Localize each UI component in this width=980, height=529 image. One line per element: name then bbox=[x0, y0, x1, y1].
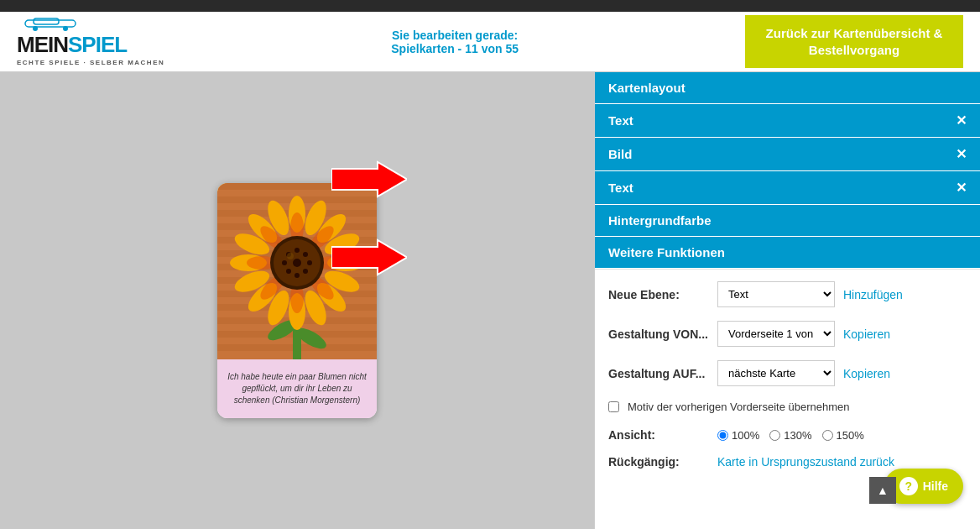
rueckgaengig-row: Rückgängig: Karte in Ursprungszustand zu… bbox=[608, 455, 967, 469]
scroll-up-button[interactable]: ▲ bbox=[869, 477, 896, 504]
ansicht-100-text: 100% bbox=[732, 429, 759, 442]
svg-point-55 bbox=[293, 259, 301, 267]
gestaltung-auf-row: Gestaltung AUF... nächste Karte Kopieren bbox=[608, 360, 967, 386]
ansicht-130-label[interactable]: 130% bbox=[769, 429, 811, 442]
svg-marker-58 bbox=[331, 240, 407, 275]
svg-point-47 bbox=[295, 248, 300, 253]
gestaltung-von-label: Gestaltung VON... bbox=[608, 327, 709, 341]
section-weitere[interactable]: Weitere Funktionen bbox=[595, 237, 980, 268]
rueckgaengig-link[interactable]: Karte in Ursprungszustand zurück bbox=[717, 455, 894, 469]
neue-ebene-select[interactable]: Text Bild Form bbox=[717, 281, 835, 307]
help-label: Hilfe bbox=[923, 479, 948, 493]
svg-rect-0 bbox=[25, 20, 76, 27]
section-text2-label: Text bbox=[608, 181, 633, 195]
section-text2[interactable]: Text ✕ bbox=[595, 171, 980, 204]
svg-rect-1 bbox=[34, 18, 59, 24]
checkbox-label: Motiv der vorherigen Vorderseite überneh… bbox=[628, 400, 849, 415]
svg-marker-57 bbox=[331, 162, 407, 196]
svg-point-56 bbox=[287, 253, 294, 259]
ansicht-150-text: 150% bbox=[837, 429, 864, 442]
section-text1-label: Text bbox=[608, 113, 633, 128]
ansicht-130-text: 130% bbox=[784, 429, 811, 442]
main-content: Ich habe heute ein paar Blumen nicht gep… bbox=[0, 72, 980, 529]
header-center: Sie bearbeiten gerade: Spielkarten - 11 … bbox=[181, 29, 728, 55]
neue-ebene-row: Neue Ebene: Text Bild Form Hinzufügen bbox=[608, 281, 967, 307]
svg-point-51 bbox=[295, 273, 300, 278]
header-center-line2: Spielkarten - 11 von 55 bbox=[181, 42, 728, 55]
header: MEINSPIEL ECHTE SPIELE · SELBER MACHEN S… bbox=[0, 12, 980, 72]
left-panel: Ich habe heute ein paar Blumen nicht gep… bbox=[0, 72, 594, 529]
svg-point-53 bbox=[282, 260, 287, 265]
neue-ebene-label: Neue Ebene: bbox=[608, 288, 709, 301]
gestaltung-von-select[interactable]: Vorderseite 1 von bbox=[717, 321, 835, 347]
section-text1-close[interactable]: ✕ bbox=[956, 113, 967, 128]
section-hintergrundfarbe[interactable]: Hintergrundfarbe bbox=[595, 205, 980, 236]
svg-point-2 bbox=[33, 26, 38, 31]
help-question-icon: ? bbox=[899, 477, 918, 495]
arrow-right-1 bbox=[331, 160, 407, 198]
gestaltung-von-row: Gestaltung VON... Vorderseite 1 von Kopi… bbox=[608, 321, 967, 347]
svg-point-3 bbox=[63, 26, 68, 31]
logo-area: MEINSPIEL ECHTE SPIELE · SELBER MACHEN bbox=[17, 17, 164, 66]
ansicht-label: Ansicht: bbox=[608, 428, 709, 442]
hinzufuegen-link[interactable]: Hinzufügen bbox=[843, 288, 903, 301]
logo-text: MEINSPIEL bbox=[17, 32, 127, 58]
checkbox-row: Motiv der vorherigen Vorderseite überneh… bbox=[608, 400, 967, 415]
back-button-line1: Zurück zur Kartenübersicht & bbox=[762, 25, 946, 42]
ansicht-radio-group: 100% 130% 150% bbox=[717, 429, 864, 442]
section-weitere-label: Weitere Funktionen bbox=[608, 245, 725, 259]
section-kartenlayout-label: Kartenlayout bbox=[608, 81, 685, 95]
kopieren-link-2[interactable]: Kopieren bbox=[843, 367, 890, 380]
arrows-container bbox=[331, 160, 407, 276]
back-button-line2: Bestellvorgang bbox=[762, 42, 946, 59]
svg-point-52 bbox=[286, 269, 291, 274]
right-panel: Kartenlayout Text ✕ Bild ✕ Text ✕ Hinter… bbox=[594, 72, 980, 529]
controls-area: Neue Ebene: Text Bild Form Hinzufügen Ge… bbox=[595, 269, 980, 480]
top-bar bbox=[0, 0, 980, 12]
svg-point-49 bbox=[307, 260, 312, 265]
ansicht-150-label[interactable]: 150% bbox=[822, 429, 864, 442]
ansicht-130-radio[interactable] bbox=[769, 430, 780, 441]
gestaltung-auf-select[interactable]: nächste Karte bbox=[717, 360, 835, 386]
section-kartenlayout[interactable]: Kartenlayout bbox=[595, 72, 980, 103]
section-hintergrundfarbe-label: Hintergrundfarbe bbox=[608, 213, 712, 228]
rueckgaengig-label: Rückgängig: bbox=[608, 455, 709, 469]
section-bild[interactable]: Bild ✕ bbox=[595, 138, 980, 170]
arrow-right-2 bbox=[331, 238, 407, 276]
section-text1[interactable]: Text ✕ bbox=[595, 104, 980, 137]
section-text2-close[interactable]: ✕ bbox=[956, 180, 967, 196]
card-quote-text: Ich habe heute ein paar Blumen nicht gep… bbox=[217, 359, 377, 418]
ansicht-150-radio[interactable] bbox=[822, 430, 833, 441]
logo-spiel: SPIEL bbox=[68, 32, 127, 58]
gestaltung-auf-label: Gestaltung AUF... bbox=[608, 367, 709, 380]
ansicht-row: Ansicht: 100% 130% 150% bbox=[608, 428, 967, 442]
header-center-line1: Sie bearbeiten gerade: bbox=[181, 29, 728, 42]
back-button[interactable]: Zurück zur Kartenübersicht & Bestellvorg… bbox=[745, 15, 963, 68]
section-bild-label: Bild bbox=[608, 147, 632, 161]
logo-car-icon bbox=[17, 17, 84, 32]
ansicht-100-label[interactable]: 100% bbox=[717, 429, 759, 442]
motiv-checkbox[interactable] bbox=[608, 401, 619, 412]
ansicht-100-radio[interactable] bbox=[717, 430, 728, 441]
svg-point-48 bbox=[303, 252, 308, 257]
logo-subtitle: ECHTE SPIELE · SELBER MACHEN bbox=[17, 59, 164, 66]
svg-point-50 bbox=[303, 269, 308, 274]
section-bild-close[interactable]: ✕ bbox=[956, 146, 967, 162]
logo-mein: MEIN bbox=[17, 32, 68, 58]
kopieren-link-1[interactable]: Kopieren bbox=[843, 327, 890, 341]
